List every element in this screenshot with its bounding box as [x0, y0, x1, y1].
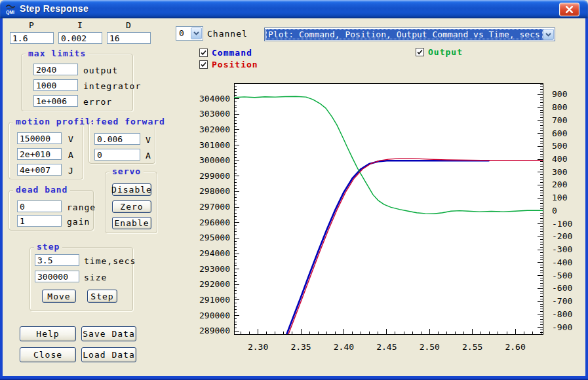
titlebar: QMI Step Response [0, 0, 588, 18]
svg-text:QMI: QMI [6, 10, 14, 15]
svg-text:292000: 292000 [199, 279, 230, 289]
svg-text:-800: -800 [552, 309, 572, 319]
channel-value: 0 [179, 28, 184, 38]
window-border-right [585, 18, 588, 380]
integrator-limit-label: integrator [83, 81, 141, 91]
dead-band-gain-label: gain [67, 217, 90, 227]
d-input[interactable] [107, 32, 151, 44]
disable-button[interactable]: Disable [112, 183, 151, 196]
error-limit-input[interactable] [33, 95, 78, 107]
dead-band-gain-input[interactable] [17, 215, 62, 227]
output-limit-label: output [83, 66, 118, 75]
servo-group: servo Disable Zero Enable [105, 172, 157, 233]
motion-profile-group: motion profile V A J [9, 122, 83, 180]
d-label: D [107, 20, 151, 30]
feed-forward-group: feed forward V A [88, 122, 155, 164]
help-button[interactable]: Help [20, 326, 76, 341]
step-time-label: time,secs [84, 256, 136, 266]
zero-button[interactable]: Zero [112, 200, 151, 213]
app-icon: QMI [5, 3, 16, 15]
svg-text:2.50: 2.50 [420, 342, 440, 352]
svg-text:0: 0 [552, 206, 557, 216]
ff-velocity-input[interactable] [94, 133, 140, 145]
window-border-bottom [0, 376, 588, 380]
svg-text:600: 600 [552, 128, 567, 138]
svg-text:900: 900 [552, 89, 567, 99]
position-checkbox-label: Position [212, 60, 258, 69]
plot-type-select[interactable]: Plot: Command, Position, Output Command … [264, 28, 555, 41]
svg-text:-100: -100 [552, 219, 572, 229]
output-checkbox[interactable] [416, 48, 424, 56]
output-checkbox-label: Output [428, 47, 463, 57]
svg-text:-700: -700 [552, 296, 572, 306]
svg-text:303000: 303000 [199, 109, 230, 119]
step-group: step time,secs size Move Step [29, 247, 133, 311]
acceleration-input[interactable] [17, 148, 62, 160]
command-checkbox[interactable] [199, 48, 208, 57]
svg-text:301000: 301000 [199, 140, 230, 150]
svg-text:299000: 299000 [199, 171, 230, 181]
dead-band-range-input[interactable] [17, 200, 62, 212]
dead-band-title: dead band [13, 185, 70, 195]
svg-text:-300: -300 [552, 244, 572, 254]
chevron-down-icon[interactable] [191, 28, 202, 39]
step-time-input[interactable] [35, 254, 79, 266]
ff-acceleration-unit-label: A [146, 151, 151, 161]
svg-text:302000: 302000 [199, 124, 230, 134]
close-icon[interactable] [559, 3, 579, 16]
dead-band-range-label: range [67, 202, 96, 212]
svg-text:300: 300 [552, 167, 567, 177]
error-limit-label: error [83, 97, 112, 107]
chevron-down-icon[interactable] [543, 29, 554, 40]
channel-select[interactable]: 0 [176, 26, 203, 41]
svg-text:2.40: 2.40 [334, 342, 354, 352]
position-checkbox[interactable] [199, 60, 208, 69]
load-data-button[interactable]: Load Data [81, 347, 136, 362]
svg-text:200: 200 [552, 180, 567, 189]
step-size-label: size [84, 273, 107, 282]
max-limits-group: max limits output integrator error [21, 54, 133, 111]
svg-text:289000: 289000 [199, 326, 230, 335]
step-button[interactable]: Step [87, 290, 117, 303]
p-input[interactable] [10, 32, 54, 44]
svg-text:2.30: 2.30 [248, 342, 268, 352]
ff-acceleration-input[interactable] [94, 149, 140, 161]
enable-button[interactable]: Enable [112, 217, 151, 229]
svg-text:297000: 297000 [199, 202, 230, 212]
step-title: step [34, 242, 62, 252]
svg-text:293000: 293000 [199, 264, 230, 274]
window-border-left [0, 18, 3, 380]
step-size-input[interactable] [35, 271, 79, 282]
integrator-limit-input[interactable] [33, 79, 78, 91]
feed-forward-title: feed forward [93, 117, 168, 126]
svg-text:800: 800 [552, 102, 567, 112]
i-input[interactable] [58, 32, 102, 44]
velocity-unit-label: V [68, 134, 74, 144]
svg-text:294000: 294000 [199, 248, 230, 258]
jerk-unit-label: J [68, 166, 74, 176]
servo-title: servo [109, 166, 144, 176]
svg-text:304000: 304000 [199, 94, 230, 104]
acceleration-unit-label: A [68, 150, 74, 160]
svg-text:-600: -600 [552, 283, 572, 293]
svg-text:-200: -200 [552, 231, 572, 241]
svg-text:296000: 296000 [199, 218, 230, 227]
svg-text:291000: 291000 [199, 295, 230, 305]
svg-text:290000: 290000 [199, 311, 230, 320]
dead-band-group: dead band range gain [9, 190, 94, 231]
close-button[interactable]: Close [20, 347, 76, 362]
velocity-input[interactable] [17, 132, 62, 144]
move-button[interactable]: Move [42, 290, 76, 303]
jerk-input[interactable] [17, 164, 62, 176]
svg-text:500: 500 [552, 141, 567, 151]
window-title: Step Response [20, 3, 88, 14]
svg-text:2.60: 2.60 [505, 342, 525, 352]
svg-text:700: 700 [552, 115, 567, 125]
save-data-button[interactable]: Save Data [81, 326, 136, 341]
ff-velocity-unit-label: V [146, 135, 151, 145]
plot-type-selected: Plot: Command, Position, Output Command … [265, 29, 543, 40]
max-limits-title: max limits [26, 48, 88, 58]
svg-text:298000: 298000 [199, 186, 230, 196]
svg-text:2.55: 2.55 [462, 342, 482, 352]
output-limit-input[interactable] [33, 64, 78, 75]
